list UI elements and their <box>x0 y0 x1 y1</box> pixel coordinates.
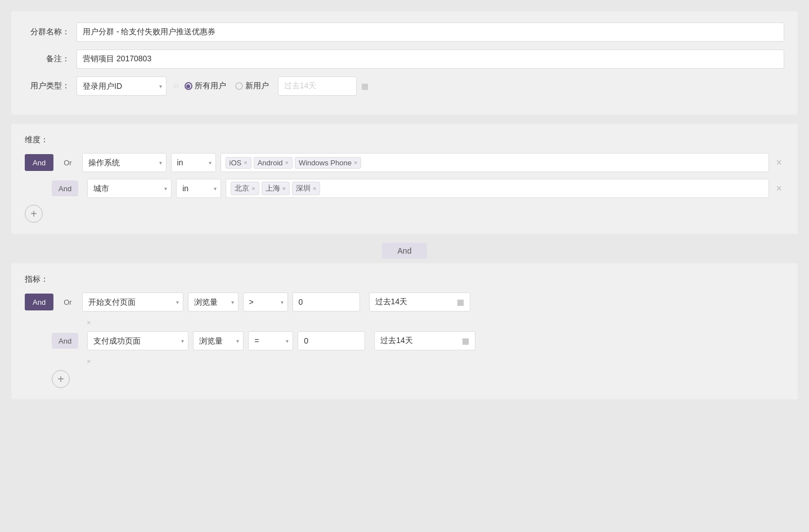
dimension-row-1: And Or 操作系统 城市 设备 in not in iOS × Androi… <box>25 153 784 172</box>
tag-shenzhen-close[interactable]: × <box>313 185 316 192</box>
radio-new-dot <box>235 82 243 90</box>
tag-ios: iOS × <box>226 157 251 169</box>
metric-val-input-1[interactable] <box>293 292 360 312</box>
metric-date-1[interactable]: 过去14天 ▦ <box>369 292 470 312</box>
metric-row-1-remove[interactable]: × <box>87 318 91 327</box>
dimension-section: 维度： And Or 操作系统 城市 设备 in not in iOS × An… <box>11 124 798 234</box>
and-button-1[interactable]: And <box>25 154 53 171</box>
add-dimension-button[interactable]: + <box>25 205 43 223</box>
metric-row-1: And Or 开始支付页面 支付成功页面 浏览量 访客数 > < = >= <= <box>25 292 784 312</box>
radio-new[interactable]: 新用户 <box>235 81 269 91</box>
dim-op-select-2[interactable]: in not in <box>176 179 221 198</box>
dim-field-select-2-container: 城市 操作系统 <box>87 179 172 198</box>
or-button-1[interactable]: Or <box>58 154 77 171</box>
name-row: 分群名称： <box>25 22 784 42</box>
dim-op-select-1-container: in not in <box>171 153 216 172</box>
dimension-row-2: And 城市 操作系统 in not in 北京 × 上海 × 深圳 <box>52 179 784 198</box>
metric-metric-select-2[interactable]: 浏览量 访客数 <box>193 331 244 350</box>
tag-beijing-close[interactable]: × <box>251 185 255 192</box>
radio-group: 所有用户 新用户 <box>185 81 269 91</box>
metric-op-select-1-container: > < = >= <= <box>243 292 288 312</box>
tag-shenzhen: 深圳 × <box>292 182 320 195</box>
metric-val-input-2[interactable] <box>298 331 365 350</box>
metric-section: 指标： And Or 开始支付页面 支付成功页面 浏览量 访客数 > < = >… <box>11 263 798 399</box>
add-metric-button[interactable]: + <box>52 370 70 388</box>
metric-label: 指标： <box>25 274 784 285</box>
metric-row-1-sub: × <box>87 318 784 327</box>
radio-all-label: 所有用户 <box>195 81 226 91</box>
metric-and-button-1[interactable]: And <box>25 294 53 310</box>
metric-metric-select-2-container: 浏览量 访客数 <box>193 331 244 350</box>
and-connector-section: And <box>11 243 798 259</box>
metric-op-select-2[interactable]: = > < >= <= <box>248 331 293 350</box>
and-connector-button[interactable]: And <box>382 243 427 259</box>
tag-android: Android × <box>254 157 293 169</box>
and-small-button-2[interactable]: And <box>52 181 78 196</box>
metric-op-select-2-container: = > < >= <= <box>248 331 293 350</box>
date-range-input[interactable] <box>278 76 357 96</box>
tag-windows-phone: Windows Phone × <box>295 157 361 169</box>
date-icon: ▦ <box>361 82 368 91</box>
remove-dim-row-2[interactable]: × <box>774 183 784 193</box>
name-label: 分群名称： <box>25 27 70 37</box>
dim-tag-input-2[interactable]: 北京 × 上海 × 深圳 × <box>226 179 769 198</box>
radio-new-label: 新用户 <box>245 81 269 91</box>
metric-row-2-remove[interactable]: × <box>87 357 91 366</box>
metric-or-button-1[interactable]: Or <box>58 294 77 310</box>
dim-tag-input-1[interactable]: iOS × Android × Windows Phone × <box>221 153 770 172</box>
form-section: 分群名称： 备注： 用户类型： 登录用户ID 设备ID 手机号 ○ 所有用户 新… <box>11 11 798 115</box>
radio-all[interactable]: 所有用户 <box>185 81 226 91</box>
dimension-label: 维度： <box>25 135 784 145</box>
metric-field-select-2[interactable]: 支付成功页面 开始支付页面 <box>87 331 188 350</box>
metric-row-2-sub: × <box>87 357 784 366</box>
dim-field-select-1-container: 操作系统 城市 设备 <box>82 153 167 172</box>
dim-field-select-1[interactable]: 操作系统 城市 设备 <box>82 153 167 172</box>
metric-field-select-1[interactable]: 开始支付页面 支付成功页面 <box>82 292 183 312</box>
remark-input[interactable] <box>77 49 784 69</box>
remark-label: 备注： <box>25 54 70 64</box>
tag-android-close[interactable]: × <box>285 159 289 166</box>
remark-row: 备注： <box>25 49 784 69</box>
calendar-icon-2: ▦ <box>462 336 469 345</box>
remove-dim-row-1[interactable]: × <box>774 157 784 168</box>
name-input[interactable] <box>77 22 784 42</box>
tag-ios-close[interactable]: × <box>244 159 247 166</box>
metric-op-select-1[interactable]: > < = >= <= <box>243 292 288 312</box>
radio-all-dot <box>185 82 192 90</box>
user-type-row: 用户类型： 登录用户ID 设备ID 手机号 ○ 所有用户 新用户 ▦ <box>25 76 784 96</box>
tag-shanghai: 上海 × <box>262 182 290 195</box>
tag-windows-phone-close[interactable]: × <box>354 159 357 166</box>
metric-field-select-2-container: 支付成功页面 开始支付页面 <box>87 331 188 350</box>
user-type-label: 用户类型： <box>25 81 70 91</box>
calendar-icon-1: ▦ <box>457 297 464 306</box>
dim-op-select-1[interactable]: in not in <box>171 153 216 172</box>
metric-field-select-1-container: 开始支付页面 支付成功页面 <box>82 292 183 312</box>
user-type-icon: ○ <box>173 81 179 91</box>
dim-field-select-2[interactable]: 城市 操作系统 <box>87 179 172 198</box>
metric-metric-select-1-container: 浏览量 访客数 <box>188 292 239 312</box>
metric-row-2: And 支付成功页面 开始支付页面 浏览量 访客数 = > < >= <= 过去 <box>52 331 784 350</box>
tag-shanghai-close[interactable]: × <box>282 185 286 192</box>
dim-op-select-2-container: in not in <box>176 179 221 198</box>
metric-date-2[interactable]: 过去14天 ▦ <box>374 331 475 350</box>
metric-metric-select-1[interactable]: 浏览量 访客数 <box>188 292 239 312</box>
metric-and-small-button-2[interactable]: And <box>52 333 78 349</box>
user-type-select[interactable]: 登录用户ID 设备ID 手机号 <box>77 76 167 96</box>
tag-beijing: 北京 × <box>231 182 259 195</box>
user-type-select-container: 登录用户ID 设备ID 手机号 <box>77 76 167 96</box>
